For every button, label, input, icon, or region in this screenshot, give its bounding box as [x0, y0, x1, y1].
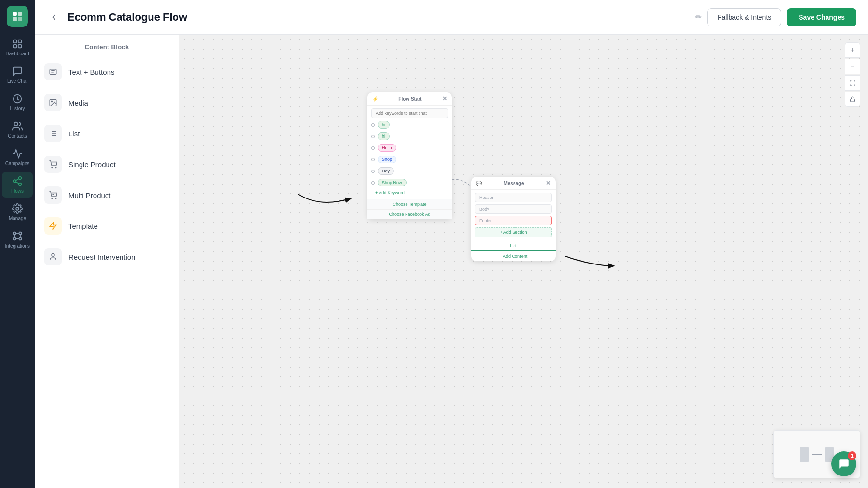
single-product-icon: [49, 160, 57, 169]
keyword-badge-hi1: hi: [378, 121, 390, 129]
message-body-field[interactable]: Body: [475, 204, 552, 214]
svg-point-38: [55, 198, 56, 199]
message-header-field[interactable]: Header: [475, 193, 552, 202]
left-sidebar: Dashboard Live Chat History Contacts Cam…: [0, 0, 35, 488]
svg-point-36: [55, 167, 56, 168]
panel-item-single-product[interactable]: Single Product: [35, 149, 179, 180]
sidebar-item-contacts[interactable]: Contacts: [2, 117, 33, 143]
page-title: Ecomm Catalogue Flow: [68, 11, 692, 24]
keyword-dot-3: [371, 158, 375, 161]
panel-item-request-intervention[interactable]: Request Intervention: [35, 241, 179, 272]
campaigns-icon: [12, 148, 23, 159]
sidebar-item-dashboard[interactable]: Dashboard: [2, 35, 33, 60]
template-icon: [49, 222, 57, 230]
svg-rect-18: [14, 238, 16, 240]
dashboard-label: Dashboard: [6, 51, 29, 56]
sidebar-item-flows[interactable]: Flows: [2, 172, 33, 198]
flow-keyword-row-2: Hello: [371, 143, 448, 153]
flow-keyword-row-3: Shop: [371, 155, 448, 164]
svg-point-15: [16, 207, 19, 210]
sidebar-logo[interactable]: [7, 6, 28, 27]
add-section-btn[interactable]: + Add Section: [475, 227, 552, 237]
media-icon: [49, 98, 57, 107]
panel-item-list[interactable]: List: [35, 118, 179, 149]
panel-item-template[interactable]: Template: [35, 211, 179, 241]
message-footer-field[interactable]: Footer: [475, 216, 552, 225]
media-label: Media: [68, 99, 88, 107]
add-keyword-btn[interactable]: + Add Keyword: [371, 189, 448, 196]
message-close[interactable]: ✕: [546, 180, 551, 186]
add-content-btn[interactable]: + Add Content: [471, 251, 556, 261]
flow-keyword-row-0: hi: [371, 120, 448, 130]
keyword-dot-4: [371, 170, 375, 173]
multi-product-icon: [49, 191, 57, 199]
message-body: Header Body Footer + Add Section: [471, 190, 556, 240]
save-changes-button[interactable]: Save Changes: [787, 8, 856, 26]
fit-button[interactable]: [845, 75, 860, 91]
zoom-out-button[interactable]: −: [845, 59, 860, 74]
flow-start-keyword-input[interactable]: [371, 108, 448, 118]
fallback-intents-button[interactable]: Fallback & Intents: [707, 8, 781, 26]
sidebar-item-manage[interactable]: Manage: [2, 199, 33, 225]
flow-keyword-row-5: Shop Now: [371, 178, 448, 187]
list-icon-bg: [44, 125, 62, 142]
sidebar-item-integrations[interactable]: Integrations: [2, 227, 33, 252]
sidebar-item-live-chat[interactable]: Live Chat: [2, 62, 33, 88]
campaigns-label: Campaigns: [5, 161, 30, 166]
choose-template-btn[interactable]: Choose Template: [367, 199, 452, 209]
panel-item-multi-product[interactable]: Multi Product: [35, 180, 179, 211]
chat-bubble-badge: 1: [848, 451, 856, 460]
svg-marker-40: [50, 223, 56, 230]
live-chat-label: Live Chat: [7, 79, 27, 84]
history-icon: [12, 93, 23, 104]
svg-point-37: [52, 198, 53, 199]
canvas-controls: + −: [845, 42, 860, 107]
media-icon-bg: [44, 94, 62, 111]
message-node[interactable]: 💬 Message ✕ Header Body Footer + Add Sec…: [471, 177, 556, 261]
lock-button[interactable]: [845, 92, 860, 107]
history-label: History: [10, 106, 25, 111]
zoom-in-button[interactable]: +: [845, 42, 860, 58]
list-label: List: [68, 130, 80, 138]
chat-bubble-button[interactable]: 1: [831, 451, 856, 476]
back-arrow-icon: [50, 13, 58, 22]
message-tab-list[interactable]: List: [471, 241, 556, 251]
single-product-label: Single Product: [68, 160, 116, 169]
mini-map-nodes: [799, 446, 835, 462]
svg-point-28: [51, 101, 52, 102]
keyword-badge-shop: Shop: [378, 156, 396, 163]
svg-point-35: [52, 167, 53, 168]
integrations-label: Integrations: [5, 243, 30, 249]
svg-rect-17: [19, 232, 22, 235]
header-actions: Fallback & Intents Save Changes: [707, 8, 856, 26]
text-buttons-label: Text + Buttons: [68, 68, 114, 76]
flow-start-close[interactable]: ✕: [442, 95, 447, 102]
panel-item-media[interactable]: Media: [35, 87, 179, 118]
mini-map-connector: [812, 454, 822, 455]
svg-rect-0: [13, 12, 17, 16]
lock-icon: [850, 96, 855, 102]
keyword-badge-hey: Hey: [378, 167, 394, 175]
sidebar-item-campaigns[interactable]: Campaigns: [2, 145, 33, 170]
canvas[interactable]: ⚡ Flow Start ✕ hi hi: [179, 35, 868, 488]
edit-title-icon[interactable]: ✏: [695, 13, 702, 22]
header: Ecomm Catalogue Flow ✏ Fallback & Intent…: [35, 0, 868, 35]
flow-start-body: hi hi Hello Shop: [367, 106, 452, 199]
flow-start-node[interactable]: ⚡ Flow Start ✕ hi hi: [367, 92, 452, 219]
manage-icon: [12, 203, 23, 214]
sidebar-item-history[interactable]: History: [2, 90, 33, 115]
request-intervention-icon: [49, 252, 57, 261]
back-button[interactable]: [46, 10, 62, 25]
live-chat-icon: [12, 66, 23, 77]
main-area: Ecomm Catalogue Flow ✏ Fallback & Intent…: [35, 0, 868, 488]
svg-point-12: [19, 183, 22, 186]
choose-fb-ad-btn[interactable]: Choose Facebook Ad: [367, 209, 452, 219]
template-label: Template: [68, 222, 98, 230]
flow-start-title: Flow Start: [398, 96, 421, 102]
template-icon-bg: [44, 217, 62, 235]
mini-map-node-1: [800, 447, 809, 462]
svg-line-14: [16, 179, 19, 181]
panel-section-title: Content Block: [35, 35, 179, 56]
keyword-dot-2: [371, 146, 375, 150]
panel-item-text-buttons[interactable]: Text + Buttons: [35, 56, 179, 87]
